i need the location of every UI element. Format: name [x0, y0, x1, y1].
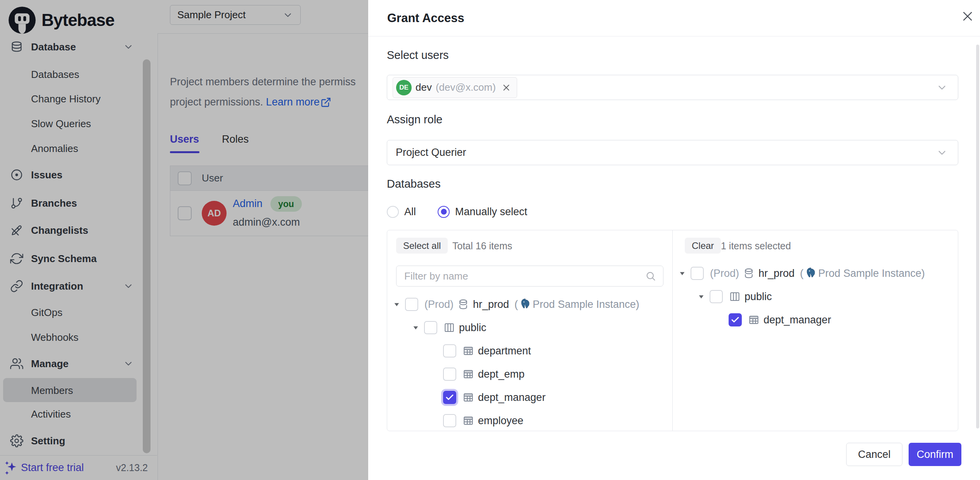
filter-input-wrap	[396, 266, 663, 287]
node-name: dept_manager	[478, 392, 545, 404]
transfer-selected-panel: Clear 1 items selected (Prod)hr_prod(Pro…	[672, 230, 958, 431]
databases-label: Databases	[387, 178, 441, 190]
database-transfer-list: Select all Total 16 items (Prod)hr_prod(…	[387, 230, 958, 431]
cancel-button[interactable]: Cancel	[846, 443, 902, 466]
chip-user-email: (dev@x.com)	[436, 81, 496, 93]
environment-label: (Prod)	[710, 268, 739, 280]
tree-row-dept_manager[interactable]: dept_manager	[387, 386, 672, 409]
chip-user-name: dev	[416, 81, 432, 93]
expand-caret-icon[interactable]	[412, 325, 424, 331]
transfer-source-panel: Select all Total 16 items (Prod)hr_prod(…	[387, 230, 672, 431]
instance-label: (Prod Sample Instance)	[800, 267, 925, 280]
assign-role-label: Assign role	[387, 113, 442, 126]
confirm-button[interactable]: Confirm	[909, 443, 961, 466]
select-all-button[interactable]: Select all	[396, 238, 448, 254]
remove-user-icon[interactable]	[501, 83, 511, 93]
expand-caret-icon[interactable]	[698, 294, 710, 300]
node-name: department	[478, 345, 531, 357]
chevron-down-icon	[936, 147, 948, 159]
table-icon	[462, 392, 474, 403]
tree-checkbox[interactable]	[443, 414, 456, 427]
environment-label: (Prod)	[424, 299, 454, 311]
tree-row-dept_manager[interactable]: dept_manager	[673, 308, 958, 332]
tree-checkbox[interactable]	[691, 267, 704, 280]
table-icon	[462, 415, 474, 426]
close-icon[interactable]	[958, 7, 977, 26]
node-name: public	[745, 291, 772, 303]
assign-role-select[interactable]: Project Querier	[387, 140, 958, 165]
tree-row-employee[interactable]: employee	[387, 409, 672, 431]
database-icon	[457, 299, 469, 310]
tree-row-public[interactable]: public	[387, 316, 672, 339]
node-name: employee	[478, 415, 523, 427]
tree-checkbox[interactable]	[443, 368, 456, 381]
filter-input[interactable]	[403, 270, 645, 283]
table-icon	[748, 314, 760, 326]
modal-scrollbar[interactable]	[976, 45, 979, 428]
radio-manually-select[interactable]: Manually select	[438, 206, 527, 218]
expand-caret-icon[interactable]	[679, 270, 691, 277]
selected-items-label: 1 items selected	[721, 240, 791, 252]
modal-header: Grant Access	[368, 0, 980, 36]
schema-icon	[729, 291, 741, 302]
tree-row-hr_prod[interactable]: (Prod)hr_prod(Prod Sample Instance)	[387, 293, 672, 316]
assign-role-value: Project Querier	[396, 147, 466, 159]
node-name: public	[459, 322, 487, 334]
total-items-label: Total 16 items	[452, 240, 512, 252]
expand-caret-icon[interactable]	[393, 301, 405, 308]
instance-label: (Prod Sample Instance)	[514, 298, 639, 311]
tree-checkbox[interactable]	[710, 290, 723, 303]
tree-checkbox[interactable]	[443, 391, 456, 404]
database-scope-radios: AllManually select	[387, 205, 527, 218]
grant-access-modal: Grant Access Select users DEdev(dev@x.co…	[368, 0, 980, 480]
tree-row-dept_emp[interactable]: dept_emp	[387, 363, 672, 386]
tree-row-department[interactable]: department	[387, 339, 672, 363]
screen: Bytebase DatabaseDatabasesChange History…	[0, 0, 980, 480]
tree-row-public[interactable]: public	[673, 285, 958, 308]
database-icon	[743, 268, 755, 279]
avatar: DE	[396, 80, 412, 95]
schema-icon	[443, 322, 455, 333]
select-users-input[interactable]: DEdev(dev@x.com)	[387, 75, 958, 100]
tree-checkbox[interactable]	[443, 344, 456, 357]
tree-checkbox[interactable]	[405, 298, 418, 311]
chevron-down-icon	[936, 82, 948, 93]
source-database-tree: (Prod)hr_prod(Prod Sample Instance)publi…	[387, 293, 672, 431]
node-name: hr_prod	[473, 299, 509, 311]
search-icon	[645, 271, 656, 281]
selected-database-tree: (Prod)hr_prod(Prod Sample Instance)publi…	[673, 262, 958, 332]
radio-circle-icon	[438, 206, 450, 218]
selected-user-chip: DEdev(dev@x.com)	[393, 77, 517, 98]
tree-checkbox[interactable]	[424, 321, 437, 334]
postgres-icon	[805, 267, 817, 280]
tree-row-hr_prod[interactable]: (Prod)hr_prod(Prod Sample Instance)	[673, 262, 958, 285]
modal-title: Grant Access	[387, 11, 464, 25]
table-icon	[462, 368, 474, 380]
radio-label: All	[404, 206, 416, 218]
postgres-icon	[519, 298, 531, 311]
radio-label: Manually select	[455, 206, 527, 218]
node-name: dept_manager	[764, 314, 831, 326]
radio-all[interactable]: All	[387, 206, 416, 218]
table-icon	[462, 345, 474, 357]
clear-button[interactable]: Clear	[685, 238, 721, 254]
node-name: dept_emp	[478, 368, 525, 380]
node-name: hr_prod	[758, 268, 795, 280]
selected-user-chips: DEdev(dev@x.com)	[396, 77, 517, 98]
radio-circle-icon	[387, 206, 399, 218]
tree-checkbox[interactable]	[729, 313, 742, 326]
select-users-label: Select users	[387, 49, 449, 62]
